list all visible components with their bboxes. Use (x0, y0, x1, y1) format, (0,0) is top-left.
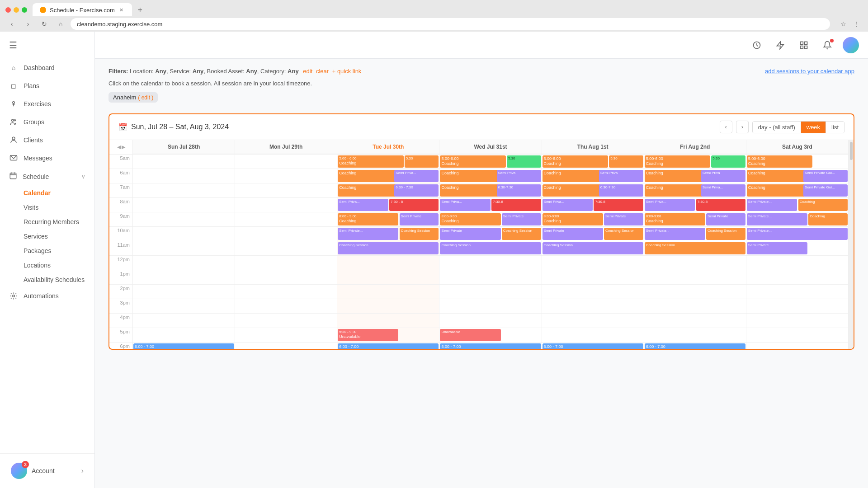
session-block[interactable]: Semi Private Gui... (803, 184, 848, 197)
day-col-thu[interactable]: 5:00-6:00Coaching 5:30 Coaching Semi Pri… (542, 155, 644, 349)
reload-button[interactable]: ↻ (38, 18, 51, 30)
sidebar-subitem-availability[interactable]: Availability Schedules (24, 272, 94, 287)
session-block[interactable]: 7:30-8 (696, 199, 745, 211)
session-block[interactable]: Semi Priva... (338, 199, 388, 211)
session-block[interactable]: Semi Priva (497, 170, 541, 182)
next-col-button[interactable]: ▶ (122, 144, 125, 150)
calendar-body[interactable]: 5am 6am 7am 8am 9am 10am 11am 12pm 1pm 2… (109, 155, 848, 349)
scroll-indicator[interactable] (848, 140, 854, 349)
sidebar-subitem-locations[interactable]: Locations (24, 258, 94, 272)
day-col-sun[interactable]: 6:00 - 7:00 Adult Group Fitness Class (133, 155, 235, 349)
location-edit-link[interactable]: ( edit ) (138, 94, 153, 101)
session-block[interactable]: 5:00-6:00Coaching (747, 155, 812, 168)
sidebar-item-automations[interactable]: Automations (0, 287, 94, 305)
session-block[interactable]: Coaching Session (440, 242, 541, 254)
new-tab-button[interactable]: + (134, 4, 146, 16)
session-block[interactable]: Semi Priva (701, 170, 745, 182)
session-block[interactable]: Semi Priva... (440, 199, 491, 211)
session-block[interactable]: Coaching (798, 199, 848, 211)
session-block[interactable]: Semi Private... (747, 228, 848, 240)
lightning-icon-button[interactable] (772, 37, 788, 53)
grid-icon-button[interactable] (796, 37, 812, 53)
session-block[interactable]: Unavailable (440, 329, 500, 341)
session-block[interactable]: 6:00 - 7:00Adult Group (440, 343, 541, 349)
session-block[interactable]: Coaching Session (338, 242, 439, 254)
close-button[interactable] (5, 7, 11, 13)
session-block[interactable]: 8:00-9:00Coaching (645, 213, 705, 225)
sun-slot-5am[interactable] (133, 155, 235, 169)
session-block[interactable]: Coaching Session (645, 242, 745, 254)
session-block[interactable]: 6:30 - 7:30 (394, 184, 439, 197)
sidebar-subitem-calendar[interactable]: Calendar (24, 186, 94, 200)
session-block[interactable]: Coaching (645, 170, 710, 182)
sidebar-item-dashboard[interactable]: ⌂ Dashboard (0, 59, 94, 77)
edit-filter-link[interactable]: edit (303, 68, 312, 75)
session-block[interactable]: 5:30 - 9:30 Unavailable (338, 329, 398, 341)
session-block[interactable]: Coaching Session (502, 228, 541, 240)
session-block[interactable]: 6:30-7:30 (497, 184, 541, 197)
minimize-button[interactable] (14, 7, 19, 13)
session-block[interactable]: Coaching (747, 184, 812, 197)
week-view-button[interactable]: week (801, 122, 826, 133)
home-button[interactable]: ⌂ (54, 18, 67, 30)
session-block[interactable]: Coaching Session (400, 228, 439, 240)
sidebar-item-schedule[interactable]: Schedule ∨ (0, 167, 94, 186)
session-block[interactable]: Coaching Session (604, 228, 643, 240)
session-block[interactable]: 8:00-9:00Coaching (440, 213, 500, 225)
session-block[interactable]: 8:00-9:00Coaching (542, 213, 603, 225)
session-block[interactable]: Semi Priva... (542, 199, 593, 211)
session-block[interactable]: Semi Private (604, 213, 643, 225)
sidebar-subitem-packages[interactable]: Packages (24, 244, 94, 258)
sidebar-subitem-visits[interactable]: Visits (24, 200, 94, 215)
session-block[interactable]: Semi Private (400, 213, 439, 225)
forward-button[interactable]: › (22, 18, 34, 30)
day-col-wed[interactable]: 5:00-6:00Coaching 5:30 Coaching Semi Pri… (439, 155, 542, 349)
sidebar-item-messages[interactable]: Messages (0, 149, 94, 167)
session-block[interactable]: Coaching Session (542, 242, 643, 254)
session-block[interactable]: Coaching (440, 170, 505, 182)
sidebar-item-groups[interactable]: Groups (0, 113, 94, 131)
session-block[interactable]: 5:00-6:00Coaching (440, 155, 505, 168)
quick-link[interactable]: + quick link (332, 68, 362, 75)
session-block[interactable]: Semi Private (440, 228, 500, 240)
session-block[interactable]: 5:30 (405, 155, 439, 168)
bookmark-button[interactable]: ☆ (837, 18, 849, 30)
session-block[interactable]: Semi Private (542, 228, 603, 240)
settings-button[interactable]: ⋮ (851, 18, 863, 30)
session-block[interactable]: Semi Private... (747, 213, 807, 225)
day-col-sat[interactable]: 5:00-6:00Coaching Coaching Semi Private … (746, 155, 848, 349)
session-block[interactable]: 8:00 - 9:00 Coaching (338, 213, 398, 225)
prev-week-button[interactable]: ‹ (720, 121, 732, 133)
session-block[interactable]: 5:00-6:00Coaching (645, 155, 710, 168)
day-view-button[interactable]: day - (all staff) (753, 122, 801, 133)
session-block[interactable]: 7:30-8 (491, 199, 541, 211)
session-block[interactable]: Semi Private... (747, 199, 797, 211)
next-week-button[interactable]: › (736, 121, 749, 133)
session-block[interactable]: Semi Priva... (701, 184, 745, 197)
session-block[interactable]: 5:00 - 6:00 Coaching (338, 155, 403, 168)
fullscreen-button[interactable] (22, 7, 27, 13)
history-icon-button[interactable] (749, 37, 765, 53)
sidebar-item-clients[interactable]: Clients (0, 131, 94, 149)
session-block[interactable]: 5:30 (507, 155, 541, 168)
session-block[interactable]: Coaching (542, 184, 608, 197)
scroll-thumb[interactable] (850, 142, 853, 160)
session-block[interactable]: Coaching (338, 184, 403, 197)
session-block[interactable]: 6:00 - 7:00Adult Group Fitness Class (542, 343, 643, 349)
session-block[interactable]: 6:00 - 7:00Adult Group Fitness Class (645, 343, 745, 349)
session-block[interactable]: 7:30-8 (594, 199, 643, 211)
session-block[interactable]: Coaching (747, 170, 812, 182)
account-item[interactable]: 3 Account › (7, 459, 87, 483)
session-block[interactable]: Semi Priva (599, 170, 643, 182)
session-block[interactable]: Coaching (542, 170, 608, 182)
session-block[interactable]: 5:30 (711, 155, 745, 168)
day-col-mon[interactable] (235, 155, 337, 349)
sidebar-subitem-services[interactable]: Services (24, 229, 94, 244)
session-block[interactable]: Coaching (440, 184, 505, 197)
session-block[interactable]: 6:00 - 7:00 Adult Group (338, 343, 439, 349)
session-block[interactable]: 5:00-6:00Coaching (542, 155, 608, 168)
sidebar-item-exercises[interactable]: Exercises (0, 95, 94, 113)
active-tab[interactable]: Schedule - Exercise.com ✕ (33, 3, 132, 17)
session-block[interactable]: Coaching Session (706, 228, 745, 240)
session-block[interactable]: Semi Private... (645, 228, 705, 240)
